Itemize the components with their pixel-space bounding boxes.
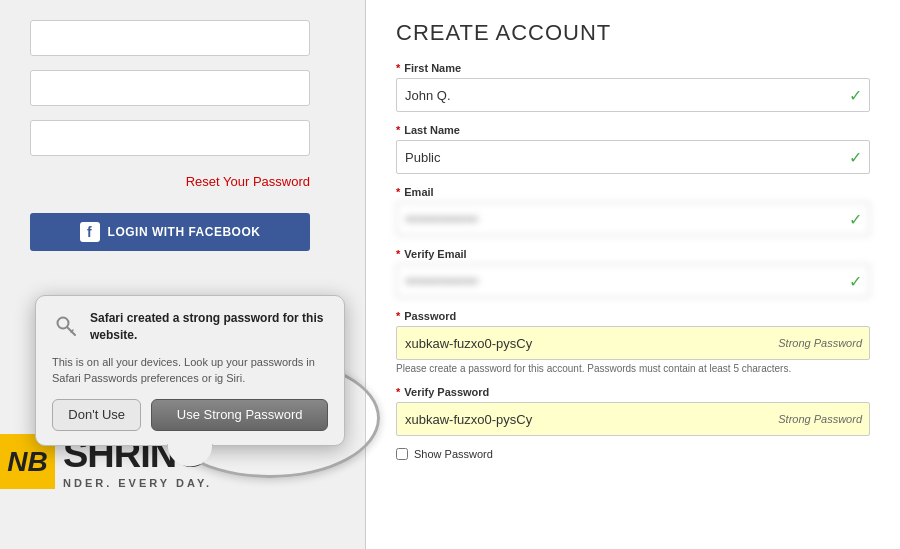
- verify-password-group: * Verify Password Strong Password: [396, 386, 870, 436]
- first-name-group: * First Name ✓: [396, 62, 870, 112]
- last-name-check-icon: ✓: [849, 148, 862, 167]
- email-input[interactable]: [396, 202, 870, 236]
- safari-popup-overlay: Safari created a strong password for thi…: [35, 295, 345, 446]
- required-star-3: *: [396, 186, 400, 198]
- facebook-button-label: LOGIN WITH FACEBOOK: [108, 225, 261, 239]
- verify-password-label: * Verify Password: [396, 386, 870, 398]
- facebook-icon: f: [80, 222, 100, 242]
- show-password-checkbox[interactable]: [396, 448, 408, 460]
- verify-email-input-wrap: ✓: [396, 264, 870, 298]
- verify-strong-password-badge: Strong Password: [778, 413, 862, 425]
- popup-buttons: Don't Use Use Strong Password: [52, 399, 328, 431]
- last-name-input[interactable]: [396, 140, 870, 174]
- password-hint: Please create a password for this accoun…: [396, 363, 870, 374]
- facebook-login-button[interactable]: f LOGIN WITH FACEBOOK: [30, 213, 310, 251]
- verify-email-group: * Verify Email ✓: [396, 248, 870, 298]
- email-check-icon: ✓: [849, 210, 862, 229]
- strong-password-badge: Strong Password: [778, 337, 862, 349]
- left-panel: Reset Your Password f LOGIN WITH FACEBOO…: [0, 0, 365, 549]
- required-star-6: *: [396, 386, 400, 398]
- email-input-wrap: ✓: [396, 202, 870, 236]
- safari-popup: Safari created a strong password for thi…: [35, 295, 345, 446]
- tagline-text: NDER. EVERY DAY.: [63, 477, 212, 489]
- left-input-3: [30, 120, 310, 156]
- popup-body: This is on all your devices. Look up you…: [52, 354, 328, 387]
- verify-email-label: * Verify Email: [396, 248, 870, 260]
- left-input-2: [30, 70, 310, 106]
- first-name-input-wrap: ✓: [396, 78, 870, 112]
- last-name-input-wrap: ✓: [396, 140, 870, 174]
- verify-email-input[interactable]: [396, 264, 870, 298]
- popup-title: Safari created a strong password for thi…: [90, 310, 328, 344]
- show-password-label: Show Password: [414, 448, 493, 460]
- required-star-5: *: [396, 310, 400, 322]
- email-label: * Email: [396, 186, 870, 198]
- key-icon: [52, 312, 80, 340]
- password-label: * Password: [396, 310, 870, 322]
- verify-email-check-icon: ✓: [849, 272, 862, 291]
- password-input-wrap: Strong Password: [396, 326, 870, 360]
- last-name-label: * Last Name: [396, 124, 870, 136]
- use-strong-password-button[interactable]: Use Strong Password: [151, 399, 328, 431]
- show-password-row: Show Password: [396, 448, 870, 460]
- first-name-check-icon: ✓: [849, 86, 862, 105]
- verify-password-input-wrap: Strong Password: [396, 402, 870, 436]
- reset-password-link[interactable]: Reset Your Password: [30, 174, 310, 189]
- required-star-2: *: [396, 124, 400, 136]
- popup-header: Safari created a strong password for thi…: [52, 310, 328, 344]
- dont-use-button[interactable]: Don't Use: [52, 399, 141, 431]
- password-group: * Password Strong Password Please create…: [396, 310, 870, 374]
- email-group: * Email ✓: [396, 186, 870, 236]
- right-panel: CREATE ACCOUNT * First Name ✓ * Last Nam…: [366, 0, 900, 549]
- page-title: CREATE ACCOUNT: [396, 20, 870, 46]
- first-name-label: * First Name: [396, 62, 870, 74]
- required-star: *: [396, 62, 400, 74]
- last-name-group: * Last Name ✓: [396, 124, 870, 174]
- required-star-4: *: [396, 248, 400, 260]
- left-input-1: [30, 20, 310, 56]
- first-name-input[interactable]: [396, 78, 870, 112]
